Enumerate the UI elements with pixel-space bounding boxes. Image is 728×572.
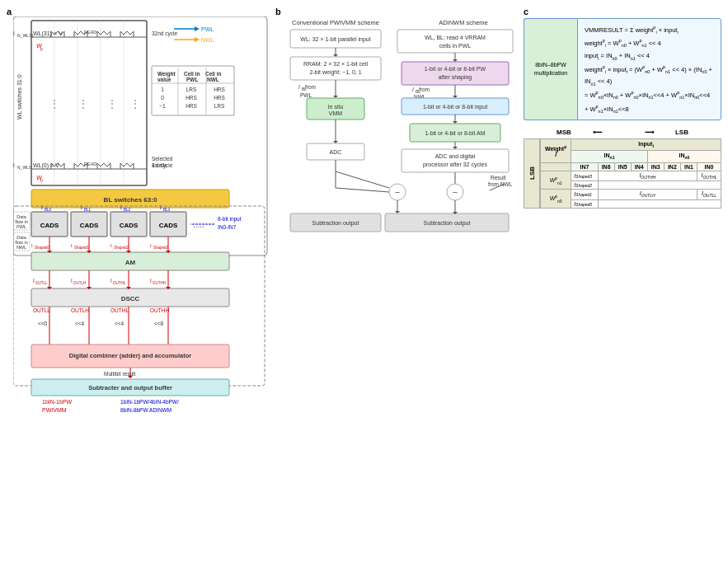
- svg-text:p: p: [40, 46, 43, 51]
- panel-b: b Conventional PWIVMM scheme ADINWM sche…: [275, 7, 519, 565]
- svg-text:I: I: [71, 243, 73, 248]
- svg-text:I: I: [41, 204, 43, 210]
- svg-text:PWIVMM: PWIVMM: [42, 407, 67, 412]
- svg-text:I: I: [160, 204, 162, 210]
- weight-wn0-label: Wpn0: [541, 190, 571, 208]
- svg-text:Shaped3: Shaped3: [153, 246, 169, 250]
- svg-text:CADS: CADS: [40, 222, 59, 229]
- svg-rect-1: [31, 21, 147, 185]
- svg-text:Shaped1: Shaped1: [74, 246, 90, 250]
- svg-text:NWL: NWL: [16, 245, 26, 250]
- table-header-row-1: Weightpi Inputi: [541, 139, 721, 151]
- svg-text:cells in PWL: cells in PWL: [439, 43, 472, 49]
- svg-text:Subtraction output: Subtraction output: [312, 220, 359, 227]
- matrix-table: Weightpi Inputi INn1 INn0 IN7 IN6 IN5: [540, 138, 721, 209]
- svg-text:CADS: CADS: [80, 222, 99, 229]
- svg-text:Shaped0: Shaped0: [35, 246, 50, 250]
- svg-line-167: [336, 171, 389, 188]
- svg-text:PWL: PWL: [300, 92, 312, 98]
- svg-text:AM: AM: [125, 259, 136, 266]
- svg-text:I: I: [13, 30, 15, 36]
- matrix-with-lsb: LSB Weightpi Inputi INn1 INn0: [524, 138, 721, 209]
- lsb-vertical-label: LSB: [524, 138, 540, 209]
- svg-text:32nd cycle: 32nd cycle: [152, 30, 177, 37]
- svg-text:<<4: <<4: [115, 321, 124, 326]
- svg-text:I: I: [412, 87, 414, 92]
- svg-text:WL: 32 × 1-bit parallel input: WL: 32 × 1-bit parallel input: [300, 36, 370, 43]
- svg-text:N_WL31: N_WL31: [17, 33, 34, 38]
- matrix-area: MSB ⟵ ⟶ LSB LSB Weightpi Inputi: [524, 129, 721, 565]
- panel-b-label: b: [275, 7, 281, 16]
- msb-lsb-bar: MSB ⟵ ⟶ LSB: [524, 129, 721, 136]
- panel-b-diagram: Conventional PWIVMM scheme ADINWM scheme…: [282, 15, 525, 328]
- svg-text:Subtracter and output buffer: Subtracter and output buffer: [88, 384, 172, 391]
- panel-c-label: c: [524, 7, 528, 16]
- svg-text:I: I: [13, 162, 15, 168]
- svg-text:I: I: [33, 278, 35, 284]
- in-n0-header: INn0: [647, 151, 721, 162]
- svg-text:<<4: <<4: [75, 321, 85, 326]
- svg-text:I: I: [120, 204, 122, 210]
- svg-text:HRS: HRS: [186, 95, 197, 101]
- svg-text:8-bit input: 8-bit input: [218, 216, 242, 223]
- input-header: Inputi: [571, 139, 721, 151]
- in0-header: IN0: [697, 162, 721, 171]
- svg-text:OUTLL: OUTLL: [35, 281, 48, 285]
- circuit-diagram: ⋮ ⋮ ⋮ ⋮ WL(31) = V READ WL(0) = V READ 3…: [13, 16, 269, 412]
- svg-text:HRS: HRS: [214, 95, 225, 101]
- svg-text:1: 1: [161, 87, 164, 92]
- in7-header: IN7: [571, 162, 598, 171]
- svg-text:ADINWM scheme: ADINWM scheme: [439, 19, 488, 26]
- svg-text:READ: READ: [84, 30, 96, 35]
- svg-text:OUTHL: OUTHL: [113, 281, 126, 285]
- svg-text:I: I: [150, 278, 152, 284]
- svg-text:LRS: LRS: [214, 103, 225, 109]
- iouthl-cell: IOUTHL: [697, 171, 721, 181]
- svg-text:⋮: ⋮: [130, 98, 140, 110]
- svg-text:Result: Result: [491, 175, 506, 181]
- svg-text:<<8: <<8: [154, 321, 164, 326]
- svg-text:value: value: [157, 77, 171, 82]
- ishaped3-cell: IShaped3: [571, 171, 598, 181]
- lsb-right-label: LSB: [675, 129, 688, 136]
- iouthh-cell: IOUTHH: [598, 171, 697, 181]
- vmm-label: 8bIN–8bPWmultiplication: [524, 18, 577, 120]
- svg-text:ADC: ADC: [330, 149, 342, 155]
- ishaped1-cell: IShaped1: [571, 190, 598, 199]
- svg-text:Selected: Selected: [152, 156, 173, 162]
- svg-text:Cell in: Cell in: [205, 71, 222, 77]
- svg-text:Shaped2: Shaped2: [114, 246, 129, 250]
- svg-text:⋮: ⋮: [107, 98, 117, 110]
- formula-line-2: weightpi = Wpn0 + Wpn1 << 4: [585, 36, 714, 49]
- table-header-row-3: IN7 IN6 IN5 IN4 IN3 IN2 IN1 IN0: [541, 162, 721, 171]
- vmm-formulas: VMMRESULT = Σ weightpi × inputi weightpi…: [577, 18, 721, 120]
- svg-text:RRAM: 2 × 32 × 1-bit cell: RRAM: 2 × 32 × 1-bit cell: [303, 61, 369, 67]
- svg-text:I: I: [31, 243, 33, 248]
- in4-header: IN4: [631, 162, 647, 171]
- main-container: a ⋮ ⋮ ⋮ ⋮: [0, 0, 728, 572]
- panel-a: a ⋮ ⋮ ⋮ ⋮: [7, 7, 270, 565]
- panel-a-label: a: [7, 7, 12, 16]
- svg-text:1-bit or 4-bit or 8-bit PW: 1-bit or 4-bit or 8-bit PW: [425, 66, 486, 72]
- svg-text:PWL: PWL: [201, 26, 214, 32]
- svg-text:I: I: [298, 84, 300, 90]
- svg-text:HRS: HRS: [186, 103, 197, 109]
- in6-header: IN6: [598, 162, 614, 171]
- svg-text:BL3: BL3: [163, 208, 171, 212]
- svg-text:1bIN-1bPW/4bIN-4bPW/: 1bIN-1bPW/4bIN-4bPW/: [120, 399, 179, 405]
- svg-text:WL, BL: read 4 VRRAM: WL, BL: read 4 VRRAM: [425, 35, 486, 40]
- svg-text:1bIN-1bPW: 1bIN-1bPW: [42, 399, 73, 405]
- svg-text:1-bit or 4-bit or 8-bit AM: 1-bit or 4-bit or 8-bit AM: [425, 130, 485, 136]
- svg-text:I: I: [81, 204, 82, 210]
- svg-text:−: −: [453, 187, 458, 197]
- ioutlh-cell: IOUTLH: [598, 190, 697, 199]
- svg-text:Digital combiner (adder) and a: Digital combiner (adder) and accumulator: [69, 352, 191, 359]
- svg-text:2-bit weight: −1, 0, 1: 2-bit weight: −1, 0, 1: [309, 69, 361, 76]
- ioutll-cell: IOUTLL: [697, 190, 721, 199]
- table-row-wn1: Wpn1 IShaped3 IOUTHH IOUTHL: [541, 171, 721, 181]
- svg-text:I: I: [110, 278, 112, 284]
- svg-marker-24: [195, 37, 200, 42]
- svg-text:PWL: PWL: [186, 77, 198, 82]
- svg-text:OUTLH: OUTLH: [73, 281, 86, 285]
- svg-text:<<0: <<0: [38, 321, 48, 326]
